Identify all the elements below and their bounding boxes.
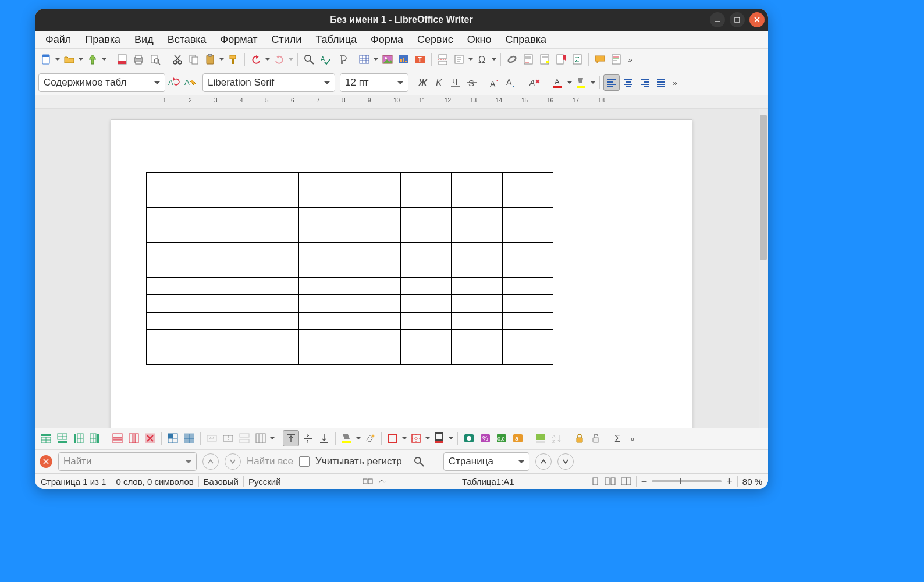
undo-button[interactable] (248, 52, 264, 67)
table-cell[interactable] (452, 225, 502, 243)
menu-insert[interactable]: Вставка (162, 32, 212, 48)
menu-tools[interactable]: Сервис (411, 32, 459, 48)
border-color-dropdown[interactable] (448, 431, 454, 446)
borders-button[interactable] (408, 431, 424, 446)
page-break-button[interactable] (435, 52, 450, 67)
zoom-out-button[interactable]: − (641, 475, 648, 488)
italic-button[interactable]: K (432, 75, 447, 90)
table-cell[interactable] (197, 243, 248, 260)
valign-top-button[interactable] (283, 430, 299, 446)
status-page[interactable]: Страница 1 из 1 (41, 477, 106, 487)
table-cell[interactable] (400, 173, 451, 190)
nav-next-button[interactable] (557, 453, 574, 470)
table-cell[interactable] (147, 208, 197, 225)
status-cell[interactable]: Таблица1:A1 (462, 477, 514, 487)
autoformat-button[interactable] (363, 431, 378, 446)
table-cell[interactable] (502, 190, 553, 208)
track-changes-button[interactable] (609, 52, 624, 67)
new-dropdown[interactable] (55, 52, 61, 67)
table-cell[interactable] (197, 190, 248, 208)
table-row[interactable] (147, 173, 553, 190)
table-cell[interactable] (197, 295, 248, 313)
table-cell[interactable] (197, 173, 248, 190)
table-cell[interactable] (299, 243, 350, 260)
table-cell[interactable] (248, 208, 298, 225)
table-cell[interactable] (350, 243, 400, 260)
view-book-icon[interactable] (621, 477, 631, 485)
table-cell[interactable] (197, 347, 248, 365)
insert-mode-icon[interactable] (363, 477, 373, 485)
table-cell[interactable] (400, 225, 451, 243)
align-center-button[interactable] (621, 75, 636, 90)
bold-button[interactable]: Ж (415, 75, 431, 90)
table-cell[interactable] (452, 313, 502, 330)
footnote-button[interactable] (521, 52, 536, 67)
save-button[interactable] (85, 52, 100, 67)
close-button[interactable] (749, 12, 765, 27)
table-cell[interactable] (502, 260, 553, 278)
table-cell[interactable] (502, 330, 553, 347)
table-cell[interactable] (248, 295, 298, 313)
table-cell[interactable] (197, 278, 248, 295)
table-cell[interactable] (452, 173, 502, 190)
table-cell[interactable] (299, 173, 350, 190)
menu-form[interactable]: Форма (365, 32, 409, 48)
table-cell[interactable] (299, 225, 350, 243)
maximize-button[interactable] (730, 12, 745, 27)
status-words[interactable]: 0 слов, 0 символов (116, 477, 193, 487)
table-cell[interactable] (502, 208, 553, 225)
borders-dropdown[interactable] (425, 431, 431, 446)
comment-button[interactable] (592, 52, 607, 67)
table-cell[interactable] (248, 330, 298, 347)
table-cell[interactable] (452, 330, 502, 347)
optimize-button[interactable] (253, 431, 268, 446)
table-cell[interactable] (350, 173, 400, 190)
table-cell[interactable] (502, 347, 553, 365)
export-pdf-button[interactable] (115, 52, 130, 67)
border-color-button[interactable] (432, 431, 447, 446)
open-dropdown[interactable] (78, 52, 84, 67)
new-style-button[interactable]: A (183, 75, 198, 90)
hyperlink-button[interactable] (504, 52, 520, 67)
insert-row-below-button[interactable] (55, 431, 70, 446)
menu-table[interactable]: Таблица (310, 32, 363, 48)
table-cell[interactable] (197, 260, 248, 278)
table-cell[interactable] (400, 243, 451, 260)
select-table-button[interactable] (182, 431, 197, 446)
find-input[interactable]: Найти (58, 452, 197, 471)
page[interactable] (111, 119, 692, 428)
table-cell[interactable] (147, 347, 197, 365)
number-format-currency-button[interactable] (461, 431, 477, 446)
table-cell[interactable] (452, 190, 502, 208)
clone-format-button[interactable] (226, 52, 241, 67)
menu-view[interactable]: Вид (129, 32, 159, 48)
table-row[interactable] (147, 295, 553, 313)
match-case-checkbox[interactable] (299, 456, 310, 467)
update-style-button[interactable]: A (166, 75, 182, 90)
table-cell[interactable] (452, 295, 502, 313)
table-cell[interactable] (350, 260, 400, 278)
table-cell[interactable] (299, 190, 350, 208)
table-cell[interactable] (502, 295, 553, 313)
valign-middle-button[interactable] (300, 431, 315, 446)
find-prev-button[interactable] (202, 453, 219, 470)
table-row[interactable] (147, 225, 553, 243)
table-row[interactable] (147, 260, 553, 278)
unprotect-cells-button[interactable] (588, 431, 603, 446)
minimize-button[interactable] (710, 12, 725, 27)
find-next-button[interactable] (225, 453, 241, 470)
nav-prev-button[interactable] (535, 453, 552, 470)
table-cell[interactable] (502, 225, 553, 243)
table-cell[interactable] (299, 313, 350, 330)
cell-bg-dropdown[interactable] (356, 431, 361, 446)
print-preview-button[interactable] (147, 52, 162, 67)
copy-button[interactable] (186, 52, 201, 67)
paste-dropdown[interactable] (219, 52, 225, 67)
bookmark-button[interactable] (553, 52, 568, 67)
insert-row-above-button[interactable] (38, 431, 54, 446)
table-cell[interactable] (299, 278, 350, 295)
table-row[interactable] (147, 330, 553, 347)
border-style-dropdown[interactable] (401, 431, 407, 446)
table-cell[interactable] (147, 295, 197, 313)
table-cell[interactable] (248, 225, 298, 243)
